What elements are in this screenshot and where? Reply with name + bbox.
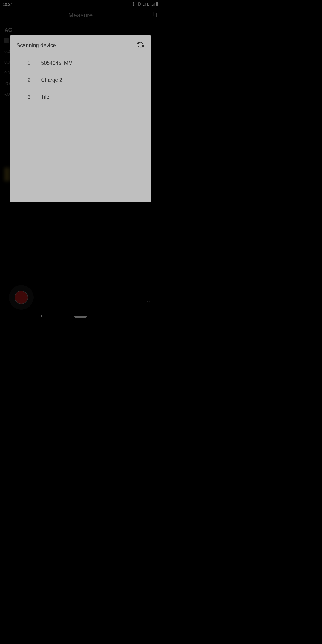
scan-device-dialog: Scanning device... 1 5054045_MM 2 Charge… (10, 35, 151, 202)
device-name: 5054045_MM (41, 60, 73, 66)
device-index: 3 (16, 94, 41, 100)
device-row[interactable]: 2 Charge 2 (12, 72, 149, 89)
device-index: 2 (16, 77, 41, 83)
device-index: 1 (16, 60, 41, 66)
device-row[interactable]: 1 5054045_MM (12, 55, 149, 72)
dialog-header: Scanning device... (12, 35, 149, 55)
dialog-title: Scanning device... (16, 42, 60, 48)
device-name: Charge 2 (41, 77, 62, 83)
refresh-icon[interactable] (136, 41, 144, 50)
device-row[interactable]: 3 Tile (12, 89, 149, 106)
device-name: Tile (41, 94, 49, 100)
